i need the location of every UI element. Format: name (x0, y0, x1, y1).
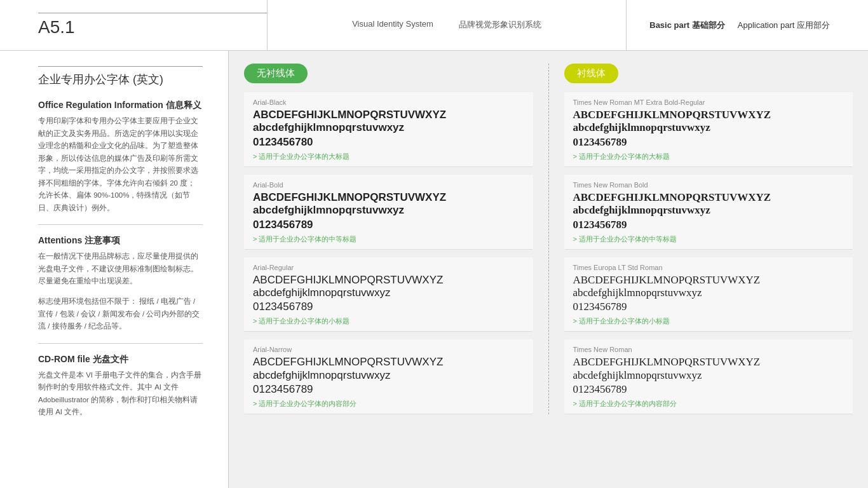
font-upper-times-europa: ABCDEFGHIJKLMNOPQRSTUVWXYZ abcdefghijklm… (573, 274, 844, 300)
font-name-times-europa: Times Europa LT Std Roman (573, 264, 844, 271)
serif-header: 衬线体 (564, 64, 618, 83)
nav-application[interactable]: Application part 应用部分 (738, 20, 830, 31)
font-section-arial-regular: Arial-Regular ABCDEFGHIJKLMNOPQRSTUVWXYZ… (244, 257, 533, 332)
font-section-tnr: Times New Roman ABCDEFGHIJKLMNOPQRSTUVWX… (564, 339, 853, 414)
main-content: 企业专用办公字体 (英文) Office Regulation Informat… (0, 51, 868, 488)
divider-1 (38, 224, 203, 225)
font-desc-arial-narrow: 适用于企业办公字体的内容部分 (253, 399, 524, 409)
header-center: Visual Identity System 品牌视觉形象识别系统 (267, 0, 627, 51)
header-right: Basic part 基础部分 Application part 应用部分 (627, 0, 830, 51)
font-numbers-arial-bold: 0123456789 (253, 219, 524, 231)
font-desc-arial-black: 适用于企业办公字体的大标题 (253, 152, 524, 161)
header: A5.1 Visual Identity System 品牌视觉形象识别系统 B… (0, 0, 868, 51)
font-upper-tnr-extrabold: ABCDEFGHIJKLMNOPQRSTUVWXYZ abcdefghijklm… (573, 109, 844, 135)
divider-2 (38, 343, 203, 344)
font-numbers-arial-narrow: 0123456789 (253, 383, 524, 396)
font-upper-arial-regular: ABCDEFGHIJKLMNOPQRSTUVWXYZ abcdefghijklm… (253, 274, 524, 300)
left-panel: 企业专用办公字体 (英文) Office Regulation Informat… (0, 51, 229, 488)
font-name-tnr-extrabold: Times New Roman MT Extra Bold-Regular (573, 98, 844, 106)
right-panel: 无衬线体 Arial-Black ABCDEFGHIJKLMNOPQRSTUVW… (229, 51, 868, 488)
cd-body: 光盘文件是本 VI 手册电子文件的集合，内含手册制作时的专用软件格式文件。其中 … (38, 369, 203, 419)
attentions-body2: 标志使用环境包括但不限于： 报纸 / 电视广告 / 宣传 / 包装 / 会议 /… (38, 295, 203, 333)
font-name-arial-regular: Arial-Regular (253, 264, 524, 271)
font-name-tnr: Times New Roman (573, 346, 844, 353)
font-numbers-tnr-bold: 0123456789 (573, 219, 844, 231)
font-upper-arial-black: ABCDEFGHIJKLMNOPQRSTUVWXYZ abcdefghijklm… (253, 109, 524, 135)
font-desc-tnr-bold: 适用于企业办公字体的中等标题 (573, 234, 844, 244)
regulation-body: 专用印刷字体和专用办公字体主要应用于企业文献的正文及实务用品。所选定的字体用以实… (38, 115, 203, 214)
section-title: 企业专用办公字体 (英文) (38, 66, 203, 87)
font-numbers-tnr-extrabold: 0123456789 (573, 136, 844, 149)
font-upper-tnr: ABCDEFGHIJKLMNOPQRSTUVWXYZ abcdefghijklm… (573, 356, 844, 382)
font-section-arial-narrow: Arial-Narrow ABCDEFGHIJKLMNOPQRSTUVWXYZ … (244, 339, 533, 414)
font-section-arial-black: Arial-Black ABCDEFGHIJKLMNOPQRSTUVWXYZ a… (244, 92, 533, 167)
font-section-times-europa: Times Europa LT Std Roman ABCDEFGHIJKLMN… (564, 257, 853, 332)
font-desc-times-europa: 适用于企业办公字体的小标题 (573, 316, 844, 326)
font-desc-arial-regular: 适用于企业办公字体的小标题 (253, 316, 524, 326)
sans-serif-column: 无衬线体 Arial-Black ABCDEFGHIJKLMNOPQRSTUVW… (244, 64, 549, 414)
font-row: 无衬线体 Arial-Black ABCDEFGHIJKLMNOPQRSTUVW… (244, 64, 853, 414)
regulation-title: Office Regulation Information 信息释义 (38, 100, 203, 111)
font-section-tnr-extrabold: Times New Roman MT Extra Bold-Regular AB… (564, 92, 853, 167)
font-desc-tnr: 适用于企业办公字体的内容部分 (573, 399, 844, 409)
font-section-arial-bold: Arial-Bold ABCDEFGHIJKLMNOPQRSTUVWXYZ ab… (244, 175, 533, 250)
font-numbers-times-europa: 0123456789 (573, 301, 844, 313)
serif-column: 衬线体 Times New Roman MT Extra Bold-Regula… (549, 64, 853, 414)
font-section-tnr-bold: Times New Roman Bold ABCDEFGHIJKLMNOPQRS… (564, 175, 853, 250)
cd-title: CD-ROM file 光盘文件 (38, 354, 203, 365)
vi-cn-label: 品牌视觉形象识别系统 (459, 19, 541, 31)
header-left: A5.1 (38, 13, 267, 37)
vi-label: Visual Identity System (352, 19, 433, 29)
font-name-arial-black: Arial-Black (253, 98, 524, 106)
font-name-arial-narrow: Arial-Narrow (253, 346, 524, 353)
sans-serif-header: 无衬线体 (244, 64, 308, 83)
font-numbers-arial-black: 0123456780 (253, 136, 524, 149)
font-upper-arial-narrow: ABCDEFGHIJKLMNOPQRSTUVWXYZ abcdefghijklm… (253, 356, 524, 382)
font-upper-tnr-bold: ABCDEFGHIJKLMNOPQRSTUVWXYZ abcdefghijklm… (573, 191, 844, 217)
nav-basic[interactable]: Basic part 基础部分 (649, 20, 725, 31)
font-name-arial-bold: Arial-Bold (253, 181, 524, 189)
attentions-body1: 在一般情况下使用品牌标志，应尽量使用提供的光盘电子文件，不建议使用标准制图绘制标… (38, 250, 203, 288)
font-name-tnr-bold: Times New Roman Bold (573, 181, 844, 189)
font-upper-arial-bold: ABCDEFGHIJKLMNOPQRSTUVWXYZ abcdefghijklm… (253, 191, 524, 217)
font-desc-arial-bold: 适用于企业办公字体的中等标题 (253, 234, 524, 244)
attentions-title: Attentions 注意事项 (38, 235, 203, 247)
font-numbers-tnr: 0123456789 (573, 383, 844, 396)
font-desc-tnr-extrabold: 适用于企业办公字体的大标题 (573, 152, 844, 161)
font-numbers-arial-regular: 0123456789 (253, 301, 524, 313)
page-id: A5.1 (38, 13, 267, 37)
